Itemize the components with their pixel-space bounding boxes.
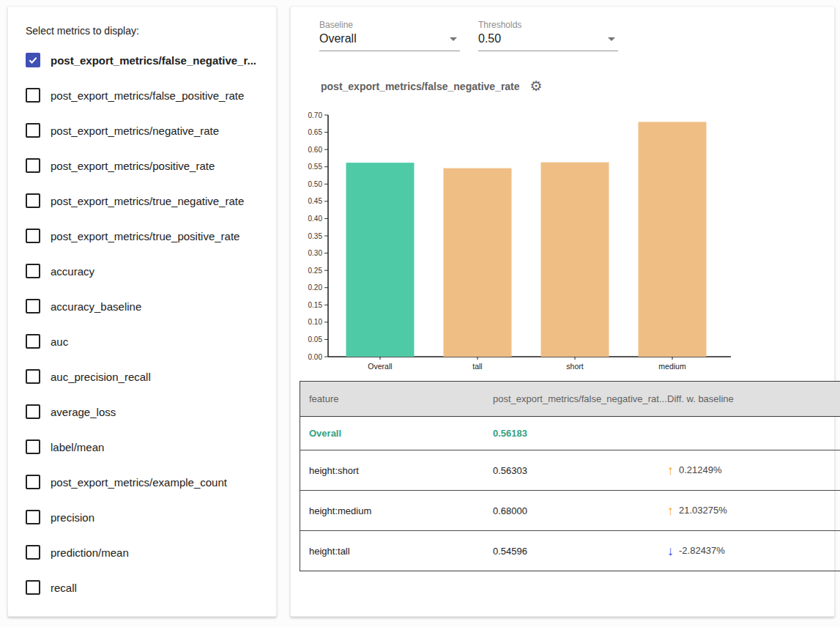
table-row[interactable]: height:short 0.56303 ↑0.21249% [300,450,840,491]
metric-checkbox-item[interactable]: post_export_metrics/positive_rate [26,148,270,183]
diff-value: 0.21249% [679,464,722,475]
svg-text:0.45: 0.45 [308,197,323,205]
table-row[interactable]: height:medium 0.68000 ↑21.03275% [300,491,840,531]
metric-label: label/mean [51,441,104,453]
metric-checkbox-item[interactable]: post_export_metrics/true_positive_rate [26,218,270,253]
svg-text:0.20: 0.20 [308,283,323,292]
svg-text:0.70: 0.70 [308,111,323,119]
metric-checkbox[interactable] [26,299,40,314]
x-axis-label: Overall [368,362,392,371]
diff-value: 21.03275% [679,505,727,516]
x-axis-label: short [566,362,583,371]
metric-checkbox[interactable] [26,53,40,67]
x-axis-label: medium [658,362,686,371]
bar-chart: 0.000.050.100.150.200.250.300.350.400.45… [291,109,803,382]
metric-checkbox-item[interactable]: recall [26,570,270,605]
feature-cell: height:short [300,450,493,491]
metric-checkbox[interactable] [26,404,40,419]
diff-cell [666,417,840,450]
svg-text:0.35: 0.35 [308,232,323,240]
svg-text:0.30: 0.30 [308,249,323,257]
metric-label: post_export_metrics/true_positive_rate [51,230,239,242]
table-header-cell: Diff. w. baseline [666,382,840,417]
metric-checkbox-item[interactable]: prediction/mean [26,535,270,570]
metric-checkbox-item[interactable]: auc_precision_recall [26,359,270,394]
results-panel: Baseline Overall Thresholds 0.50 post_ex… [290,6,835,617]
dropdown-arrow-icon [608,37,615,41]
bar-short[interactable] [541,163,609,357]
metric-checkbox-item[interactable]: post_export_metrics/false_positive_rate [26,78,270,113]
metric-checkbox[interactable] [26,369,40,384]
metric-label: post_export_metrics/positive_rate [51,160,215,172]
table-header-cell: post_export_metrics/false_negative_rat..… [492,382,666,417]
thresholds-select[interactable]: Thresholds 0.50 [478,20,618,51]
metric-checkbox[interactable] [26,439,40,454]
diff-arrow-icon: ↑ [667,503,674,518]
feature-cell: Overall [300,417,493,450]
svg-text:0.05: 0.05 [308,335,323,344]
metric-checkbox-item[interactable]: post_export_metrics/negative_rate [26,113,270,148]
svg-text:0.00: 0.00 [308,353,323,361]
metric-checkbox[interactable] [26,229,40,243]
metric-checkbox[interactable] [26,510,40,524]
table-header-row: featurepost_export_metrics/false_negativ… [300,382,840,417]
thresholds-select-value: 0.50 [478,32,501,45]
metric-label: precision [51,511,94,524]
thresholds-select-label: Thresholds [478,20,618,30]
bar-tall[interactable] [444,168,512,357]
feature-cell: height:medium [300,491,493,531]
metric-checkbox-item[interactable]: precision [26,500,270,535]
diff-cell: ↑0.21249% [666,450,840,491]
metric-checkbox-item[interactable]: auc [26,324,270,359]
metric-checkbox-item[interactable]: accuracy [26,253,270,289]
diff-cell: ↑21.03275% [666,491,840,531]
diff-value: -2.82437% [679,545,725,556]
metric-label: average_loss [51,406,116,418]
metric-checkbox[interactable] [26,123,40,138]
metric-label: recall [51,582,77,594]
metric-checkbox[interactable] [26,88,40,103]
baseline-select-label: Baseline [319,20,460,30]
svg-text:0.40: 0.40 [308,215,323,223]
metric-label: post_export_metrics/negative_rate [51,125,219,137]
feature-cell: height:tall [300,531,493,571]
metric-value-cell: 0.54596 [492,531,666,571]
baseline-select[interactable]: Baseline Overall [319,20,460,51]
metric-checkbox[interactable] [26,475,40,489]
svg-text:0.50: 0.50 [308,180,323,188]
svg-text:0.10: 0.10 [308,318,323,326]
bar-medium[interactable] [639,122,707,357]
metric-checkbox-item[interactable]: accuracy_baseline [26,289,270,324]
svg-text:0.55: 0.55 [308,163,323,171]
svg-text:0.15: 0.15 [308,301,323,309]
metric-checkbox[interactable] [26,193,40,208]
diff-arrow-icon: ↓ [667,543,674,558]
svg-text:0.60: 0.60 [308,146,323,154]
metric-value-cell: 0.68000 [492,491,666,531]
metric-label: post_export_metrics/true_negative_rate [51,195,244,207]
metric-checkbox-item[interactable]: post_export_metrics/example_count [26,464,270,500]
table-row[interactable]: height:tall 0.54596 ↓-2.82437% [300,531,840,571]
metrics-panel-title: Select metrics to display: [26,25,139,37]
diff-arrow-icon: ↑ [667,463,674,478]
metric-checkbox[interactable] [26,264,40,278]
metric-select-panel: Select metrics to display: post_export_m… [7,6,277,617]
metric-checkbox[interactable] [26,334,40,349]
metric-label: accuracy [51,265,94,278]
svg-text:0.65: 0.65 [308,128,323,136]
x-axis-label: tall [472,362,482,371]
metric-checkbox-item[interactable]: label/mean [26,429,270,464]
dropdown-arrow-icon [450,37,457,41]
table-row[interactable]: Overall 0.56183 [300,417,840,450]
metric-list: post_export_metrics/false_negative_r... … [26,42,270,605]
metric-checkbox-item[interactable]: post_export_metrics/true_negative_rate [26,183,270,218]
chart-settings-icon[interactable]: ⚙ [530,79,543,93]
metric-checkbox-item[interactable]: post_export_metrics/false_negative_r... [26,42,270,78]
metric-checkbox[interactable] [26,545,40,560]
metric-checkbox-item[interactable]: average_loss [26,394,270,429]
metric-checkbox[interactable] [26,158,40,173]
bar-Overall[interactable] [346,163,415,357]
baseline-select-value: Overall [319,32,357,45]
metric-checkbox[interactable] [26,580,40,595]
metric-label: post_export_metrics/false_negative_r... [51,54,256,67]
